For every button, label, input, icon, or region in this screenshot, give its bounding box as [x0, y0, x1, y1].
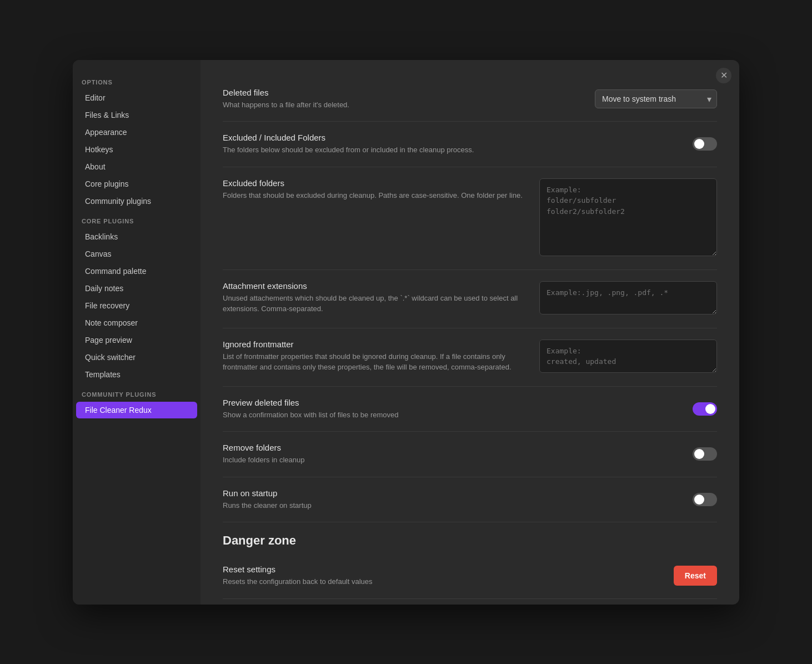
sidebar-item-backlinks[interactable]: Backlinks — [76, 228, 197, 245]
sidebar-item-core-plugins[interactable]: Core plugins — [76, 176, 197, 192]
sidebar-item-about[interactable]: About — [76, 158, 197, 175]
attachment-ext-desc: Unused attachements which should be clea… — [223, 293, 528, 314]
excluded-folders-desc: Folders that should be excluded during c… — [223, 190, 528, 201]
options-section-label: Options — [73, 71, 201, 89]
preview-deleted-title: Preview deleted files — [223, 398, 681, 407]
remove-folders-toggle[interactable] — [693, 447, 717, 461]
excluded-toggle-knob — [694, 139, 704, 149]
community-plugins-section-label: Community plugins — [73, 383, 201, 401]
run-on-startup-info: Run on startup Runs the cleaner on start… — [223, 488, 681, 511]
sidebar-item-hotkeys[interactable]: Hotkeys — [76, 141, 197, 158]
preview-deleted-desc: Show a confirmation box with list of fil… — [223, 410, 681, 421]
run-on-startup-row: Run on startup Runs the cleaner on start… — [223, 477, 717, 523]
run-on-startup-title: Run on startup — [223, 488, 681, 498]
preview-deleted-toggle[interactable] — [693, 402, 717, 416]
ignored-frontmatter-info: Ignored frontmatter List of frontmatter … — [223, 340, 528, 373]
ignored-frontmatter-textarea[interactable] — [539, 340, 717, 373]
sidebar-item-editor[interactable]: Editor — [76, 89, 197, 106]
ignored-frontmatter-row: Ignored frontmatter List of frontmatter … — [223, 328, 717, 387]
deleted-files-info: Deleted files What happens to a file aft… — [223, 88, 584, 111]
excluded-toggle-title: Excluded / Included Folders — [223, 133, 681, 142]
preview-deleted-toggle-knob — [705, 404, 715, 414]
excluded-folders-row: Excluded folders Folders that should be … — [223, 167, 717, 270]
excluded-toggle-info: Excluded / Included Folders The folders … — [223, 133, 681, 156]
excluded-folders-textarea[interactable] — [539, 178, 717, 256]
excluded-toggle-desc: The folders below should be excluded fro… — [223, 144, 681, 156]
sidebar-item-appearance[interactable]: Appearance — [76, 124, 197, 141]
reset-settings-desc: Resets the configuration back to default… — [223, 576, 663, 587]
deleted-files-dropdown[interactable]: Move to system trash Move to Obsidian tr… — [595, 89, 717, 108]
sidebar-item-canvas[interactable]: Canvas — [76, 246, 197, 262]
core-plugins-section-label: Core plugins — [73, 210, 201, 228]
sidebar-item-files-links[interactable]: Files & Links — [76, 107, 197, 123]
sidebar-item-quick-switcher[interactable]: Quick switcher — [76, 349, 197, 366]
remove-folders-info: Remove folders Include folders in cleanu… — [223, 443, 681, 466]
excluded-toggle[interactable] — [693, 137, 717, 151]
reset-settings-info: Reset settings Resets the configuration … — [223, 565, 663, 587]
deleted-files-row: Deleted files What happens to a file aft… — [223, 77, 717, 122]
ignored-frontmatter-desc: List of frontmatter properties that shou… — [223, 351, 528, 373]
excluded-folders-info: Excluded folders Folders that should be … — [223, 178, 528, 201]
run-on-startup-toggle[interactable] — [693, 493, 717, 506]
ignored-frontmatter-title: Ignored frontmatter — [223, 340, 528, 349]
deleted-files-control[interactable]: Move to system trash Move to Obsidian tr… — [595, 89, 717, 108]
sidebar-item-file-cleaner-redux[interactable]: File Cleaner Redux — [76, 402, 197, 418]
preview-deleted-row: Preview deleted files Show a confirmatio… — [223, 387, 717, 432]
remove-folders-control[interactable] — [693, 447, 717, 461]
attachment-ext-control[interactable] — [539, 281, 717, 317]
attachment-ext-info: Attachment extensions Unused attachement… — [223, 281, 528, 314]
reset-settings-row: Reset settings Resets the configuration … — [223, 553, 717, 599]
sidebar-item-file-recovery[interactable]: File recovery — [76, 297, 197, 314]
deleted-files-desc: What happens to a file after it's delete… — [223, 99, 584, 111]
preview-deleted-control[interactable] — [693, 402, 717, 416]
sidebar-item-templates[interactable]: Templates — [76, 366, 197, 383]
excluded-folders-control[interactable] — [539, 178, 717, 258]
ignored-frontmatter-control[interactable] — [539, 340, 717, 375]
remove-folders-title: Remove folders — [223, 443, 681, 452]
sidebar-item-community-plugins[interactable]: Community plugins — [76, 193, 197, 209]
danger-zone-title: Danger zone — [223, 533, 717, 548]
sidebar: Options Editor Files & Links Appearance … — [73, 60, 201, 605]
settings-modal: ✕ Options Editor Files & Links Appearanc… — [73, 60, 739, 605]
reset-settings-control[interactable]: Reset — [674, 566, 717, 586]
deleted-files-title: Deleted files — [223, 88, 584, 97]
attachment-ext-title: Attachment extensions — [223, 281, 528, 291]
remove-folders-row: Remove folders Include folders in cleanu… — [223, 432, 717, 477]
run-on-startup-control[interactable] — [693, 493, 717, 506]
main-content: Deleted files What happens to a file aft… — [201, 60, 739, 605]
run-on-startup-toggle-knob — [694, 495, 704, 505]
sidebar-item-note-composer[interactable]: Note composer — [76, 314, 197, 331]
attachment-ext-row: Attachment extensions Unused attachement… — [223, 270, 717, 328]
run-on-startup-desc: Runs the cleaner on startup — [223, 500, 681, 511]
sidebar-item-daily-notes[interactable]: Daily notes — [76, 280, 197, 297]
excluded-folders-title: Excluded folders — [223, 178, 528, 188]
close-button[interactable]: ✕ — [716, 68, 731, 83]
sidebar-item-page-preview[interactable]: Page preview — [76, 332, 197, 348]
reset-button[interactable]: Reset — [674, 566, 717, 586]
dropdown-wrapper[interactable]: Move to system trash Move to Obsidian tr… — [595, 89, 717, 108]
remove-folders-toggle-knob — [694, 449, 704, 459]
excluded-toggle-row: Excluded / Included Folders The folders … — [223, 122, 717, 167]
sidebar-item-command-palette[interactable]: Command palette — [76, 263, 197, 279]
excluded-toggle-control[interactable] — [693, 137, 717, 151]
reset-settings-title: Reset settings — [223, 565, 663, 574]
preview-deleted-info: Preview deleted files Show a confirmatio… — [223, 398, 681, 421]
attachment-ext-textarea[interactable] — [539, 281, 717, 314]
remove-folders-desc: Include folders in cleanup — [223, 455, 681, 466]
